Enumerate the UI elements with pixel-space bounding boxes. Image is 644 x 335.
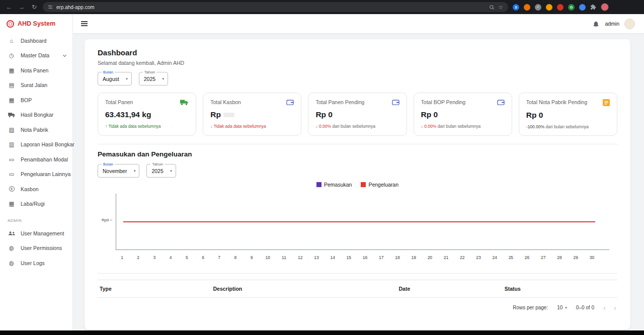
chart-filters: Bulan November ▾ Tahun 2025 ▾ (98, 164, 617, 178)
sidebar-item-label: Surat Jalan (21, 82, 47, 88)
x-tick: 20 (427, 255, 433, 260)
menu-toggle-button[interactable] (79, 18, 90, 29)
sidebar-item-label: Laba/Rugi (21, 201, 45, 207)
app-logo[interactable]: AHD System (0, 14, 72, 33)
extension-orange-person-icon[interactable] (546, 4, 552, 11)
column-date: Date (399, 286, 505, 292)
browser-back-button[interactable]: ← (5, 4, 13, 11)
sidebar-item-penambahan-modal[interactable]: ▭Penambahan Modal (0, 152, 72, 167)
browser-reload-button[interactable]: ↻ (30, 4, 38, 11)
stat-card-total-nota-pabrik-pending: Total Nota Pabrik PendingRp 0-100.00% da… (519, 93, 617, 136)
sidebar-item-nota-pabrik[interactable]: ▨Nota Pabrik (0, 122, 72, 137)
extension-orange-icon[interactable] (524, 4, 530, 11)
stat-title: Total Nota Pabrik Pending (526, 99, 587, 105)
browser-forward-button[interactable]: → (18, 4, 26, 11)
browser-profile-avatar[interactable] (601, 3, 609, 11)
truck-icon (8, 112, 16, 118)
sidebar-section-admin: ADMIN (0, 211, 72, 226)
line-chart: Rp0 123456789101112131415161718192021222… (100, 192, 615, 263)
sidebar-item-user-management[interactable]: User Management (0, 226, 72, 241)
address-bar[interactable]: erp.ahd-app.com ☆ (43, 2, 508, 12)
sidebar-item-label: Pengeluaran Lainnya (21, 171, 70, 177)
sidebar-item-laba-rugi[interactable]: ▦Laba/Rugi (0, 197, 72, 212)
extension-red-icon[interactable] (557, 4, 564, 11)
chart-year-select[interactable]: Tahun 2025 ▾ (146, 164, 176, 178)
stat-value: Rp 0 (421, 110, 505, 119)
x-tick: 25 (508, 255, 514, 260)
x-tick: 10 (265, 255, 271, 260)
note-icon (603, 99, 610, 106)
sidebar-item-laporan-hasil-bongkar[interactable]: ▥Laporan Hasil Bongkar (0, 137, 72, 152)
dashboard-card: Dashboard Selamat datang kembali, Admin … (85, 39, 630, 329)
x-tick: 30 (589, 255, 595, 260)
sidebar-item-bop[interactable]: ▦BOP (0, 93, 72, 108)
site-settings-icon[interactable] (48, 5, 53, 10)
chevron-down-icon: ▾ (170, 169, 172, 173)
stat-value: 63.431,94 kg (105, 110, 189, 119)
x-tick: 28 (556, 255, 562, 260)
x-tick: 17 (378, 255, 384, 260)
sidebar-item-pengeluaran-lainnya[interactable]: ▭Pengeluaran Lainnya (0, 167, 72, 182)
sidebar-item-label: User Management (21, 230, 64, 236)
x-tick: 12 (297, 255, 303, 260)
dashboard-filters: Bulan August ▾ Tahun 2025 ▾ (98, 72, 617, 86)
x-tick: 9 (249, 255, 255, 260)
year-select[interactable]: Tahun 2025 ▾ (139, 72, 168, 86)
app-header: admin (73, 14, 644, 33)
main-content: Dashboard Selamat datang kembali, Admin … (73, 33, 644, 330)
sidebar-item-label: Kasbon (21, 186, 39, 192)
users-icon (8, 231, 16, 236)
chart-month-select-label: Bulan (102, 162, 115, 166)
x-tick: 19 (411, 255, 417, 260)
previous-page-button[interactable]: ‹ (603, 304, 606, 311)
stat-card-total-bop-pending: Total BOP PendingRp 0↓ 0.00% dari bulan … (414, 93, 512, 136)
extensions-puzzle-icon[interactable] (590, 4, 596, 10)
card-icon: ▭ (8, 156, 16, 163)
sidebar-item-label: Penambahan Modal (21, 156, 68, 162)
legend-swatch (361, 182, 366, 187)
extensions-area: S✓G (513, 4, 586, 11)
month-select[interactable]: Bulan August ▾ (98, 72, 132, 86)
stat-value: Rp 0 (526, 111, 610, 120)
user-avatar[interactable] (624, 19, 635, 29)
stat-title: Total Panen Pending (315, 99, 364, 105)
rows-per-page-select[interactable]: 10 ▾ (557, 305, 567, 310)
stat-note: ↑ Tidak ada data sebelumnya (105, 124, 189, 129)
sidebar-item-nota-panen[interactable]: ▦Nota Panen (0, 63, 72, 78)
stat-note: -100.00% dari bulan sebelumnya (526, 124, 610, 129)
stat-title: Total BOP Pending (421, 99, 466, 105)
sidebar-item-kasbon[interactable]: $Kasbon (0, 182, 72, 197)
sidebar-item-label: BOP (21, 97, 32, 103)
loading-skeleton (223, 113, 234, 117)
section-divider (98, 144, 617, 144)
search-icon[interactable] (489, 5, 495, 10)
x-tick: 22 (459, 255, 465, 260)
sidebar-item-master-data[interactable]: ◷Master Data (0, 48, 72, 63)
extension-gray-check-icon[interactable]: ✓ (535, 4, 541, 11)
welcome-text: Selamat datang kembali, Admin AHD (98, 60, 617, 66)
x-tick: 15 (346, 255, 352, 260)
extension-green-g-icon[interactable]: G (568, 4, 575, 11)
x-tick: 3 (151, 255, 157, 260)
notifications-bell-icon[interactable] (592, 20, 600, 28)
coin-icon: $ (8, 186, 16, 192)
sidebar-item-hasil-bongkar[interactable]: Hasil Bongkar (0, 108, 72, 123)
stats-row: Total Panen63.431,94 kg↑ Tidak ada data … (98, 93, 617, 136)
bookmark-star-icon[interactable]: ☆ (498, 5, 503, 10)
sidebar-item-surat-jalan[interactable]: ▤Surat Jalan (0, 78, 72, 93)
extension-blue-icon[interactable] (579, 4, 586, 11)
chevron-down-icon: ▾ (163, 77, 165, 81)
stat-value: Rp 0 (315, 110, 399, 119)
next-page-button[interactable]: › (614, 304, 616, 311)
sidebar-item-user-permissions[interactable]: ◍User Permissions (0, 241, 72, 256)
stat-value: Rp (210, 110, 294, 119)
table-header: Type Description Date Status (98, 280, 617, 298)
stat-title: Total Panen (105, 99, 133, 105)
extension-blue-s-icon[interactable]: S (513, 4, 519, 11)
sidebar-item-label: Hasil Bongkar (21, 112, 53, 118)
chevron-down-icon: ▾ (126, 77, 128, 81)
chart-month-select[interactable]: Bulan November ▾ (98, 164, 139, 178)
sidebar-item-dashboard[interactable]: ⌂Dashboard (0, 33, 72, 48)
legend-pemasukan: Pemasukan (316, 182, 352, 188)
sidebar-item-user-logs[interactable]: ◍User Logs (0, 256, 72, 271)
